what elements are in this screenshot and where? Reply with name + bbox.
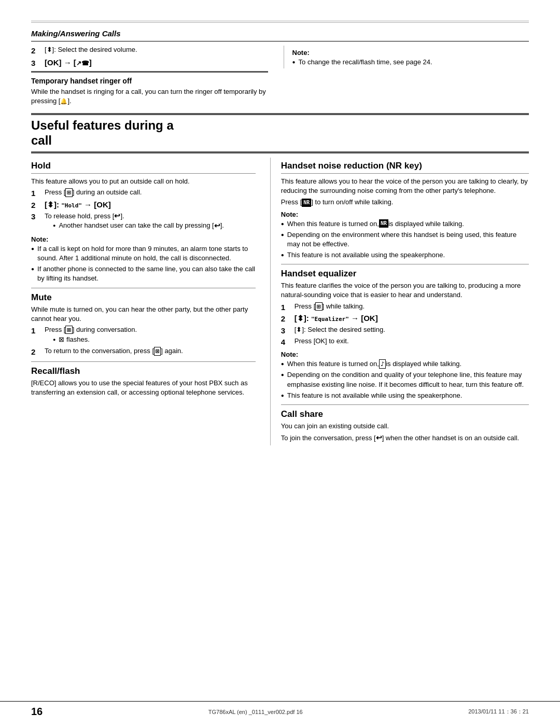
making-calls-steps: 2 [⬍]: Select the desired volume. 3 [OK]…	[31, 46, 268, 68]
mute-section: Mute While mute is turned on, you can he…	[31, 292, 256, 357]
temp-ringer-body: While the handset is ringing for a call,…	[31, 87, 268, 106]
eq-steps: 1 Press [⊞] while talking. 2 [⬍]: "Equal…	[281, 302, 529, 347]
page-number: 16	[31, 706, 43, 718]
mute-key: ⊠	[65, 326, 72, 334]
right-column: Handset noise reduction (NR key) This fe…	[270, 158, 529, 445]
hold-step2-text: [⬍]: "Hold" → [OK]	[45, 200, 111, 209]
hold-key1: ⊞	[65, 188, 72, 197]
mute-step2-num: 2	[31, 347, 43, 357]
recall-note-label: Note:	[292, 49, 529, 57]
footer-filename: TG786xAL (en) _0111_ver002.pdf 16	[208, 709, 303, 715]
noise-body: This feature allows you to hear the voic…	[281, 177, 529, 195]
heading-bar	[31, 113, 529, 115]
mute-body: While mute is turned on, you can hear th…	[31, 305, 256, 324]
two-col-layout: Hold This feature allows you to put an o…	[31, 158, 529, 445]
call-share-icon: ↩	[376, 433, 382, 442]
main-heading: Useful features during a call	[31, 118, 529, 148]
making-calls-left: 2 [⬍]: Select the desired volume. 3 [OK]…	[31, 46, 268, 108]
hold-step3: 3 To release hold, press [↩]. Another ha…	[31, 212, 256, 232]
hold-step1-text: Press [⊞] during an outside call.	[45, 188, 142, 197]
eq-step3-text: [⬍]: Select the desired setting.	[295, 326, 385, 333]
hold-step1: 1 Press [⊞] during an outside call.	[31, 188, 256, 199]
mute-step1-text: Press [⊠] during conversation.	[45, 326, 137, 334]
eq-step3: 3 [⬍]: Select the desired setting.	[281, 326, 529, 336]
hold-step3-text: To release hold, press [↩].	[45, 212, 224, 220]
making-calls-divider	[31, 41, 529, 41]
main-heading-area: Useful features during a call	[31, 113, 529, 153]
eq-step2-num: 2	[281, 314, 292, 324]
eq-step4: 4 Press [OK] to exit.	[281, 337, 529, 347]
recall-heading: Recall/flash	[31, 366, 256, 376]
step-2-content: [⬍]: Select the desired volume.	[45, 46, 268, 53]
hold-step2: 2 [⬍]: "Hold" → [OK]	[31, 200, 256, 211]
eq-step2: 2 [⬍]: "Equalizer" → [OK]	[281, 314, 529, 324]
mute-step1-num: 1	[31, 326, 43, 336]
eq-note1: When this feature is turned on, ♪ is dis…	[281, 359, 529, 369]
equalizer-section: Handset equalizer This feature clarifies…	[281, 269, 529, 400]
noise-divider	[281, 173, 529, 174]
top-bar-line2	[31, 22, 529, 23]
eq-step1: 1 Press [⊞] while talking.	[281, 302, 529, 313]
hold-note1: If a call is kept on hold for more than …	[31, 244, 256, 263]
call-share-body1: You can join an existing outside call.	[281, 422, 529, 431]
hold-notes: If a call is kept on hold for more than …	[31, 244, 256, 284]
noise-note1: When this feature is turned on, NR is di…	[281, 219, 529, 229]
hold-heading: Hold	[31, 161, 256, 171]
page-footer: 16 TG786xAL (en) _0111_ver002.pdf 16 201…	[0, 701, 560, 718]
mute-step1-content: Press [⊠] during conversation. ⊠ flashes…	[45, 326, 137, 346]
nr-badge-inline: NR	[379, 219, 388, 228]
noise-note3: This feature is not available using the …	[281, 250, 529, 260]
eq-icon-inline: ♪	[379, 359, 386, 369]
recall-note-item: To change the recall/flash time, see pag…	[292, 58, 529, 67]
hold-note2: If another phone is connected to the sam…	[31, 264, 256, 283]
eq-note-label: Note:	[281, 351, 529, 358]
making-calls-section: Making/Answering Calls 2 [⬍]: Select the…	[0, 29, 560, 108]
mute-sub-item: ⊠ flashes.	[53, 335, 137, 344]
mute-step1: 1 Press [⊠] during conversation. ⊠ flash…	[31, 326, 256, 346]
noise-press-text: Press [NR] to turn on/off while talking.	[281, 198, 529, 207]
step-2-num: 2	[31, 46, 43, 56]
eq-key1: ⊞	[315, 302, 322, 311]
heading-bar-bottom	[31, 151, 529, 153]
making-calls-right: Note: To change the recall/flash time, s…	[284, 46, 529, 68]
left-column: Hold This feature allows you to put an o…	[31, 158, 270, 445]
temp-ringer-heading: Temporary handset ringer off	[31, 77, 268, 85]
recall-body: [R/ECO] allows you to use the special fe…	[31, 379, 256, 397]
recall-divider	[31, 361, 256, 362]
making-calls-columns: 2 [⬍]: Select the desired volume. 3 [OK]…	[31, 46, 529, 108]
hold-step3-sub-item: Another handset user can take the call b…	[53, 221, 224, 231]
footer-date: 2013/01/11 11：36：21	[468, 708, 529, 716]
eq-step1-num: 1	[281, 302, 292, 313]
mute-heading: Mute	[31, 292, 256, 303]
eq-step1-text: Press [⊞] while talking.	[295, 302, 365, 311]
eq-note3: This feature is not available while usin…	[281, 391, 529, 400]
mute-step2-text: To return to the conversation, press [⊠]…	[45, 347, 183, 355]
temp-ringer-divider	[31, 71, 268, 73]
call-share-section: Call share You can join an existing outs…	[281, 409, 529, 443]
mute-step2: 2 To return to the conversation, press […	[31, 347, 256, 357]
eq-step3-num: 3	[281, 326, 292, 336]
eq-divider	[281, 264, 529, 264]
mute-steps: 1 Press [⊠] during conversation. ⊠ flash…	[31, 326, 256, 357]
noise-note-label: Note:	[281, 211, 529, 218]
hold-body: This feature allows you to put an outsid…	[31, 177, 256, 186]
hold-step2-num: 2	[31, 200, 43, 211]
noise-heading: Handset noise reduction (NR key)	[281, 161, 529, 171]
noise-notes: When this feature is turned on, NR is di…	[281, 219, 529, 260]
eq-step4-num: 4	[281, 337, 292, 347]
hold-divider	[31, 173, 256, 174]
step-3-item: 3 [OK] → [↗☎]	[31, 58, 268, 68]
nr-badge: NR	[302, 199, 311, 207]
eq-heading: Handset equalizer	[281, 269, 529, 279]
recall-section: Recall/flash [R/ECO] allows you to use t…	[31, 366, 256, 397]
noise-note2: Depending on the environment where this …	[281, 230, 529, 249]
page: Making/Answering Calls 2 [⬍]: Select the…	[0, 0, 560, 728]
eq-notes: When this feature is turned on, ♪ is dis…	[281, 359, 529, 400]
hold-note-label: Note:	[31, 235, 256, 243]
hold-step3-sub: Another handset user can take the call b…	[53, 221, 224, 231]
call-share-heading: Call share	[281, 409, 529, 419]
recall-note-bullets: To change the recall/flash time, see pag…	[292, 58, 529, 67]
hold-step3-content: To release hold, press [↩]. Another hand…	[45, 212, 224, 232]
step-3-content: [OK] → [↗☎]	[45, 58, 268, 67]
step-2-item: 2 [⬍]: Select the desired volume.	[31, 46, 268, 56]
